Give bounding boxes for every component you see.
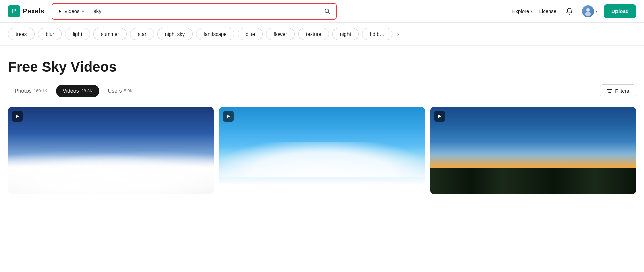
search-type-label: Videos: [64, 8, 80, 14]
video-thumbnail-2: [219, 107, 425, 194]
header: P Pexels Videos ▾ Explore ▾ License: [0, 0, 644, 23]
license-button[interactable]: License: [539, 8, 556, 14]
search-input[interactable]: [89, 4, 319, 19]
video-card-3[interactable]: [430, 107, 636, 194]
logo-icon: P: [8, 5, 20, 17]
tag-flower[interactable]: flower: [266, 28, 295, 40]
tab-users[interactable]: Users 5.9K: [101, 85, 140, 97]
tag-trees[interactable]: trees: [8, 28, 35, 40]
svg-marker-7: [227, 115, 230, 118]
page-title: Free Sky Videos: [8, 59, 636, 75]
tab-users-count: 5.9K: [124, 88, 133, 93]
avatar: [582, 5, 594, 17]
svg-point-4: [586, 8, 590, 12]
tags-more-icon[interactable]: ›: [396, 30, 401, 38]
tab-photos[interactable]: Photos 160.1K: [8, 85, 54, 97]
explore-chevron-icon: ▾: [530, 9, 532, 14]
bell-icon: [566, 8, 573, 15]
tag-night[interactable]: night: [332, 28, 359, 40]
filters-label: Filters: [615, 88, 629, 94]
play-icon-3: [438, 114, 442, 118]
play-button-2[interactable]: [223, 111, 234, 122]
svg-point-2: [325, 9, 329, 13]
tag-blue[interactable]: blue: [238, 28, 263, 40]
video-thumbnail-3: [430, 107, 636, 194]
tag-summer[interactable]: summer: [93, 28, 127, 40]
svg-marker-1: [59, 10, 61, 13]
play-icon-2: [226, 114, 230, 118]
tag-hd-b[interactable]: hd b…: [362, 28, 392, 40]
tab-photos-label: Photos: [15, 88, 32, 94]
tag-landscape[interactable]: landscape: [196, 28, 234, 40]
tags-row: trees blur light summer star night sky l…: [0, 23, 644, 46]
svg-marker-6: [16, 115, 19, 118]
user-avatar-area[interactable]: ▾: [582, 5, 597, 17]
tag-star[interactable]: star: [130, 28, 154, 40]
tag-night-sky[interactable]: night sky: [157, 28, 193, 40]
main-content: Free Sky Videos Photos 160.1K Videos 28.…: [0, 46, 644, 202]
tab-users-label: Users: [108, 88, 122, 94]
header-nav: Explore ▾ License ▾ Upload: [512, 4, 636, 18]
filter-tabs-row: Photos 160.1K Videos 28.3K Users 5.9K Fi…: [8, 84, 636, 97]
tag-texture[interactable]: texture: [298, 28, 329, 40]
video-type-icon: [57, 9, 62, 14]
logo-text: Pexels: [23, 7, 44, 15]
search-icon: [324, 8, 331, 15]
tab-videos-label: Videos: [63, 88, 79, 94]
svg-point-5: [585, 12, 591, 16]
tab-videos[interactable]: Videos 28.3K: [56, 85, 99, 97]
video-grid: [8, 107, 636, 194]
play-button-3[interactable]: [434, 111, 445, 122]
video-card-2[interactable]: [219, 107, 425, 194]
notifications-button[interactable]: [563, 5, 575, 17]
user-chevron-icon: ▾: [595, 9, 597, 14]
play-icon-1: [15, 114, 19, 118]
search-submit-button[interactable]: [319, 4, 336, 19]
filter-lines-icon: [607, 89, 612, 93]
search-bar: Videos ▾: [52, 3, 337, 20]
svg-line-3: [328, 12, 330, 14]
tag-light[interactable]: light: [65, 28, 90, 40]
svg-marker-8: [438, 115, 441, 118]
play-button-1[interactable]: [12, 111, 23, 122]
filters-button[interactable]: Filters: [600, 84, 636, 97]
upload-button[interactable]: Upload: [604, 4, 636, 18]
search-type-chevron-icon: ▾: [82, 9, 84, 14]
tab-videos-count: 28.3K: [81, 88, 93, 93]
tag-blur[interactable]: blur: [38, 28, 62, 40]
logo-link[interactable]: P Pexels: [8, 5, 45, 17]
explore-button[interactable]: Explore ▾: [512, 8, 533, 14]
video-thumbnail-1: [8, 107, 214, 194]
video-card-1[interactable]: [8, 107, 214, 194]
avatar-icon: [583, 7, 593, 16]
tab-photos-count: 160.1K: [34, 88, 47, 93]
search-type-button[interactable]: Videos ▾: [52, 4, 89, 19]
tabs-group: Photos 160.1K Videos 28.3K Users 5.9K: [8, 85, 140, 97]
